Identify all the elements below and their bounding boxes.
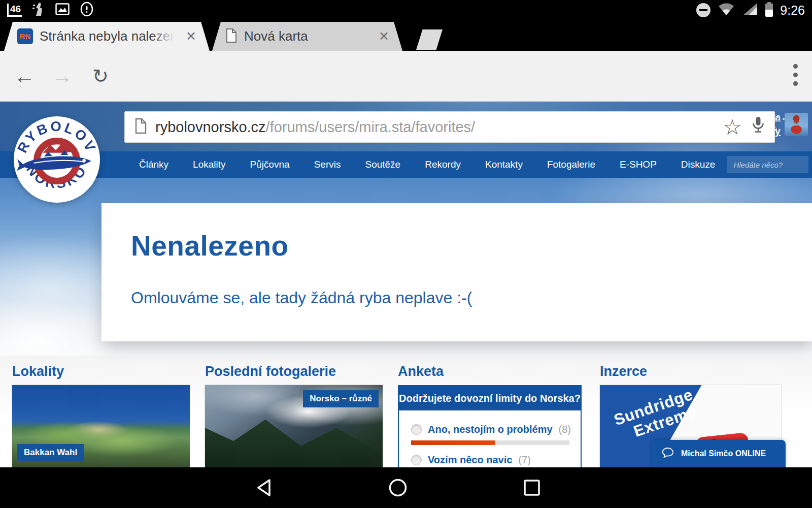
alert-notification-icon: [32, 2, 45, 19]
back-icon[interactable]: ←: [9, 51, 40, 102]
section-heading: Poslední fotogalerie: [205, 364, 383, 379]
tab-title: Nová karta: [244, 28, 371, 44]
image-label[interactable]: Bakkan Wahl: [17, 444, 84, 461]
page-title: Nenalezeno: [131, 230, 289, 262]
section-lokality: Lokality Bakkan Wahl: [12, 356, 190, 467]
page-icon: [134, 117, 147, 137]
bookmark-star-icon[interactable]: ☆: [723, 115, 742, 140]
nav-item-pujcovna[interactable]: Půjčovna: [238, 151, 302, 178]
nav-item-rekordy[interactable]: Rekordy: [413, 151, 473, 178]
microphone-icon[interactable]: [751, 116, 765, 139]
poll-question: Dodržujete dovozní limity do Norska?: [399, 386, 581, 410]
chat-status-label: Michal Simčo ONLINE: [681, 449, 766, 458]
screenshot-notification-icon: [55, 3, 70, 17]
media-roll-notification-icon: [80, 2, 94, 19]
poll-option-1[interactable]: Ano, nestojím o problémy (8): [411, 424, 569, 435]
nav-item-eshop[interactable]: E-SHOP: [607, 151, 669, 178]
android-status-bar: 46 9:26: [0, 0, 812, 20]
nav-item-lokality[interactable]: Lokality: [181, 151, 238, 178]
image-label[interactable]: Norsko – různé: [303, 390, 379, 407]
section-heading: Lokality: [12, 364, 190, 379]
clock: 9:26: [780, 3, 805, 18]
poll-option-2[interactable]: Vozím něco navíc (7): [411, 454, 569, 466]
forward-icon[interactable]: →: [47, 51, 77, 102]
radio-icon[interactable]: [411, 424, 422, 435]
section-heading: Anketa: [398, 364, 582, 379]
notification-count-icon: 46: [7, 4, 22, 17]
wifi-icon: [718, 2, 735, 18]
site-nav: Články Lokality Půjčovna Servis Soutěže …: [0, 151, 812, 178]
android-home-button[interactable]: [378, 467, 418, 508]
url-text[interactable]: rybolovnorsko.cz/forums/users/mira.sta/f…: [155, 119, 714, 136]
android-recents-button[interactable]: [512, 467, 552, 508]
browser-toolbar: ← → ↻ rybolovnorsko.cz/forums/users/mira…: [0, 51, 812, 102]
nav-item-kontakty[interactable]: Kontakty: [473, 151, 535, 178]
page-icon: [225, 28, 238, 45]
section-heading: Inzerce: [600, 364, 782, 379]
nav-item-clanky[interactable]: Články: [127, 151, 181, 178]
search-input[interactable]: [727, 156, 808, 173]
poll-result-bar: [411, 440, 569, 445]
tab-page-not-found[interactable]: RN Stránka nebyla nalezena – Ry ✕: [4, 22, 210, 51]
site-logo[interactable]: RYBOLOV NORSKO: [13, 116, 100, 203]
nav-item-fotogalerie[interactable]: Fotogalerie: [535, 151, 607, 178]
tab-title: Stránka nebyla nalezena – Ry: [40, 28, 179, 44]
do-not-disturb-icon: [696, 3, 710, 17]
browser-menu-icon[interactable]: [793, 64, 798, 86]
tab-close-icon[interactable]: ✕: [379, 29, 389, 44]
cell-signal-icon: [742, 2, 758, 18]
user-avatar[interactable]: [785, 113, 808, 136]
battery-icon: [765, 4, 773, 17]
lokality-image[interactable]: Bakkan Wahl: [12, 385, 190, 467]
chat-bubble-icon: [662, 447, 674, 460]
tab-strip: RN Stránka nebyla nalezena – Ry ✕ Nová k…: [0, 20, 812, 51]
page-subtitle: Omlouváme se, ale tady žádná ryba neplav…: [131, 289, 472, 307]
tab-partial[interactable]: [416, 29, 443, 50]
nav-item-servis[interactable]: Servis: [302, 151, 353, 178]
chat-bar[interactable]: Michal Simčo ONLINE: [652, 440, 786, 467]
section-fotogalerie: Poslední fotogalerie Norsko – různé: [205, 356, 383, 467]
fotogalerie-image[interactable]: Norsko – různé: [205, 385, 383, 467]
nav-item-diskuze[interactable]: Diskuze: [669, 151, 728, 178]
section-anketa: Anketa Dodržujete dovozní limity do Nors…: [398, 356, 582, 467]
radio-icon[interactable]: [411, 455, 422, 465]
android-back-button[interactable]: [244, 467, 284, 508]
tab-close-icon[interactable]: ✕: [186, 29, 196, 44]
url-bar[interactable]: rybolovnorsko.cz/forums/users/mira.sta/f…: [124, 111, 775, 143]
reload-icon[interactable]: ↻: [85, 51, 116, 102]
poll-card: Dodržujete dovozní limity do Norska? Ano…: [398, 385, 582, 467]
android-nav-bar: [0, 467, 812, 508]
tab-new-tab[interactable]: Nová karta ✕: [212, 22, 402, 51]
nav-item-souteze[interactable]: Soutěže: [353, 151, 413, 178]
site-favicon: RN: [17, 28, 33, 44]
screen: 46 9:26 RN Stránka neby: [0, 0, 812, 508]
not-found-card: Nenalezeno Omlouváme se, ale tady žádná …: [101, 203, 812, 341]
